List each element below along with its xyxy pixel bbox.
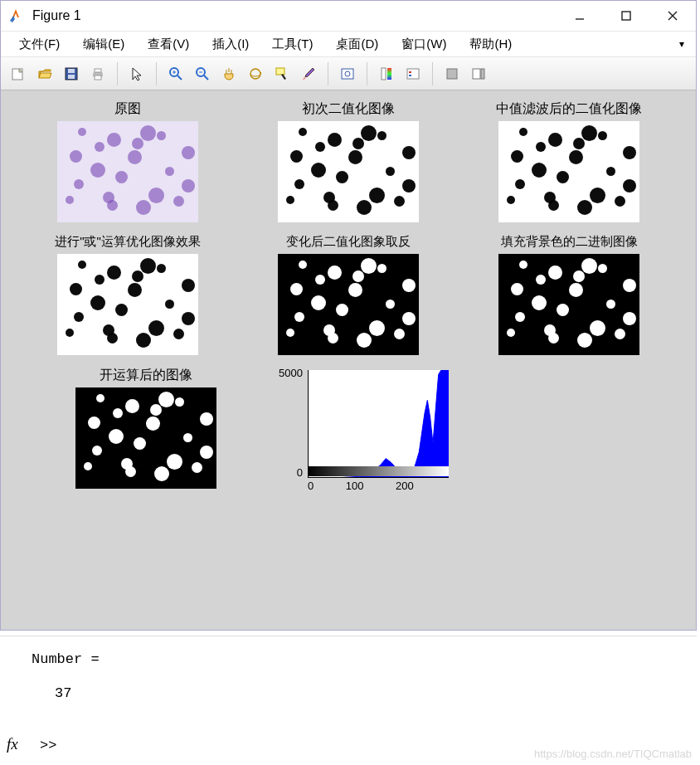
- subplot-title: 进行"或"运算优化图像效果: [32, 234, 223, 249]
- cursor-icon[interactable]: [124, 61, 149, 86]
- image-invert[interactable]: [278, 254, 419, 355]
- svg-line-16: [204, 76, 208, 80]
- xtick: 200: [396, 480, 414, 492]
- svg-rect-19: [276, 68, 284, 75]
- svg-rect-27: [447, 69, 457, 79]
- output-value: 37: [32, 685, 690, 701]
- watermark: https://blog.csdn.net/TIQCmatlab: [534, 748, 692, 760]
- menu-bar: 文件(F) 编辑(E) 查看(V) 插入(I) 工具(T) 桌面(D) 窗口(W…: [1, 31, 696, 57]
- menu-desktop[interactable]: 桌面(D): [324, 37, 390, 52]
- menu-help[interactable]: 帮助(H): [458, 37, 523, 52]
- colorbar-icon[interactable]: [374, 61, 399, 86]
- subplot-title: 中值滤波后的二值化图像: [474, 100, 664, 116]
- titlebar[interactable]: Figure 1: [1, 1, 696, 31]
- prompt[interactable]: >>: [40, 738, 56, 753]
- svg-rect-29: [481, 69, 484, 79]
- image-orop[interactable]: [57, 254, 198, 355]
- subplot-8-histogram: 5000 0 0 100 200 .: [266, 367, 457, 491]
- window-minimize-button[interactable]: [557, 1, 603, 31]
- subplot-title: 初次二值化图像: [253, 100, 444, 116]
- image-binary[interactable]: [278, 121, 419, 222]
- svg-line-12: [177, 76, 182, 80]
- command-window-output: Number = 37: [0, 636, 697, 763]
- rotate3d-icon[interactable]: [243, 61, 268, 86]
- ytick-max: 5000: [275, 367, 303, 379]
- svg-rect-9: [95, 69, 101, 72]
- svg-rect-10: [95, 76, 101, 80]
- subplot-5: 变化后二值化图象取反: [253, 234, 444, 355]
- svg-rect-6: [68, 69, 75, 73]
- menu-edit[interactable]: 编辑(E): [71, 37, 136, 52]
- ytick-min: 0: [275, 466, 303, 479]
- print-icon[interactable]: [85, 61, 110, 86]
- menu-insert[interactable]: 插入(I): [201, 37, 260, 52]
- gray-gradient-bar: [308, 466, 449, 476]
- link-icon[interactable]: [335, 61, 360, 86]
- new-figure-icon[interactable]: [6, 61, 31, 86]
- subplot-2: 初次二值化图像: [253, 100, 444, 222]
- xticks: 0 100 200 .: [308, 480, 449, 492]
- matlab-logo-icon: [7, 7, 24, 24]
- subplot-title: 原图: [32, 100, 223, 116]
- svg-rect-28: [473, 69, 480, 79]
- svg-rect-1: [622, 12, 630, 20]
- histogram-area: [309, 370, 449, 478]
- image-median[interactable]: [498, 121, 639, 222]
- axes-area: 原图 /*placeholder*/ 初次二值化图像 中值滤波后的二值化图像 进…: [1, 90, 696, 630]
- window-title: Figure 1: [32, 8, 81, 23]
- output-varname: Number =: [32, 651, 690, 667]
- hide-plottools-icon[interactable]: [440, 61, 464, 86]
- zoom-in-icon[interactable]: [163, 61, 188, 86]
- datacursor-icon[interactable]: [270, 61, 294, 86]
- subplot-3: 中值滤波后的二值化图像: [474, 100, 664, 222]
- menu-view[interactable]: 查看(V): [136, 37, 201, 52]
- xtick: 0: [308, 480, 314, 492]
- save-icon[interactable]: [59, 61, 84, 86]
- fx-icon[interactable]: fx: [7, 735, 18, 753]
- window-maximize-button[interactable]: [603, 1, 649, 31]
- pan-icon[interactable]: [216, 61, 241, 86]
- figure-window: Figure 1 文件(F) 编辑(E) 查看(V) 插入(I) 工具(T) 桌…: [0, 0, 697, 631]
- svg-rect-7: [68, 75, 75, 79]
- image-open[interactable]: [75, 387, 216, 489]
- subplot-7: 开运算后的图像: [59, 367, 233, 491]
- show-plottools-icon[interactable]: [466, 61, 491, 86]
- brush-icon[interactable]: [296, 61, 321, 86]
- menu-tools[interactable]: 工具(T): [260, 37, 324, 52]
- menu-overflow-icon[interactable]: ▾: [679, 38, 689, 50]
- subplot-title: 变化后二值化图象取反: [253, 234, 444, 249]
- image-fill[interactable]: [498, 254, 639, 355]
- menu-window[interactable]: 窗口(W): [390, 37, 458, 52]
- subplot-title: 开运算后的图像: [59, 367, 233, 382]
- svg-rect-24: [407, 69, 419, 79]
- svg-rect-22: [382, 68, 386, 80]
- legend-icon[interactable]: [401, 61, 425, 86]
- svg-point-18: [250, 69, 260, 79]
- window-close-button[interactable]: [649, 1, 696, 31]
- histogram-plot[interactable]: [308, 370, 449, 478]
- image-original[interactable]: /*placeholder*/: [57, 121, 198, 222]
- svg-rect-20: [342, 69, 353, 79]
- subplot-6: 填充背景色的二进制图像: [474, 234, 664, 355]
- zoom-out-icon[interactable]: [190, 61, 215, 86]
- toolbar: [1, 57, 696, 90]
- subplot-4: 进行"或"运算优化图像效果: [32, 234, 223, 355]
- subplot-1: 原图 /*placeholder*/: [32, 100, 223, 222]
- subplot-title: 填充背景色的二进制图像: [474, 234, 664, 249]
- xtick: 100: [346, 480, 364, 492]
- menu-file[interactable]: 文件(F): [7, 37, 71, 52]
- svg-rect-23: [387, 68, 391, 80]
- open-icon[interactable]: [32, 61, 57, 86]
